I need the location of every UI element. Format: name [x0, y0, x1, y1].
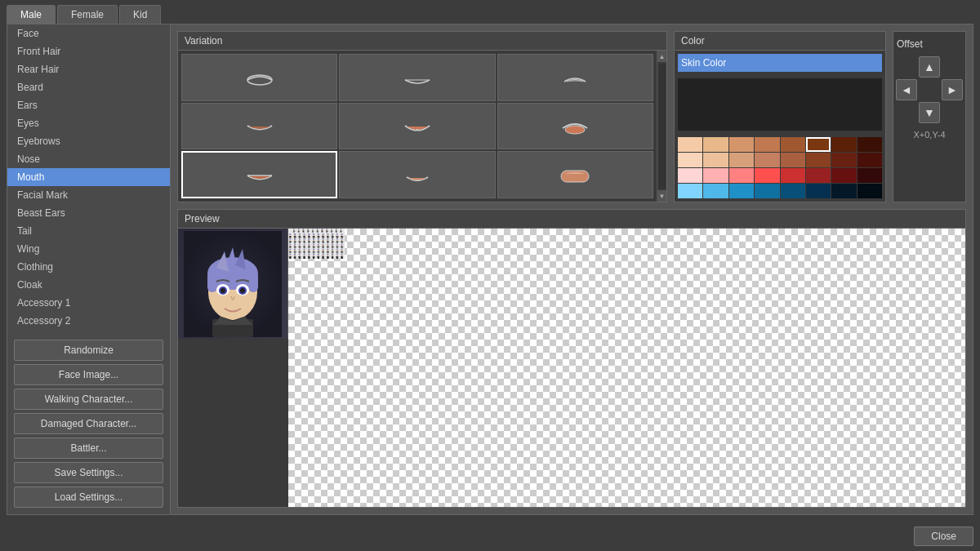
- variation-cell-8[interactable]: [497, 151, 653, 198]
- part-item-cloak[interactable]: Cloak: [7, 276, 170, 294]
- battler-button[interactable]: Battler...: [14, 438, 163, 459]
- swatch-2-7[interactable]: [858, 168, 882, 183]
- part-item-rear-hair[interactable]: Rear Hair: [7, 60, 170, 78]
- swatch-2-3[interactable]: [755, 168, 779, 183]
- svg-rect-161: [327, 236, 329, 238]
- svg-rect-219: [310, 241, 310, 242]
- variation-cell-0[interactable]: [181, 54, 337, 101]
- swatch-3-5[interactable]: [806, 184, 831, 198]
- swatch-1-1[interactable]: [703, 153, 728, 167]
- part-item-nose[interactable]: Nose: [7, 150, 170, 168]
- svg-rect-129: [304, 238, 305, 238]
- swatch-1-2[interactable]: [729, 153, 754, 167]
- variation-cell-7[interactable]: [339, 151, 495, 198]
- swatch-3-2[interactable]: [729, 184, 754, 198]
- swatch-1-6[interactable]: [831, 153, 856, 167]
- swatch-1-4[interactable]: [781, 153, 805, 167]
- damaged-character-button[interactable]: Damaged Character...: [14, 413, 163, 434]
- part-item-eyebrows[interactable]: Eyebrows: [7, 132, 170, 150]
- part-item-accessory2[interactable]: Accessory 2: [7, 312, 170, 330]
- scroll-up-arrow[interactable]: ▲: [657, 51, 667, 62]
- walking-character-button[interactable]: Walking Character...: [14, 389, 163, 410]
- face-image-button[interactable]: Face Image...: [14, 364, 163, 385]
- svg-rect-151: [318, 238, 319, 238]
- part-item-beast-ears[interactable]: Beast Ears: [7, 204, 170, 222]
- variation-cell-6[interactable]: [181, 151, 337, 198]
- tab-kid[interactable]: Kid: [119, 5, 161, 24]
- swatch-2-4[interactable]: [781, 168, 805, 183]
- variation-cell-2[interactable]: [497, 54, 653, 101]
- offset-up-button[interactable]: ▲: [919, 56, 940, 78]
- load-settings-button[interactable]: Load Settings...: [14, 487, 163, 508]
- swatch-0-3[interactable]: [755, 137, 779, 152]
- part-item-front-hair[interactable]: Front Hair: [7, 42, 170, 60]
- part-item-accessory1[interactable]: Accessory 1: [7, 294, 170, 312]
- variation-cell-3[interactable]: [181, 103, 337, 150]
- scroll-down-arrow[interactable]: ▼: [657, 190, 667, 202]
- svg-rect-330: [327, 247, 327, 247]
- part-item-wing[interactable]: Wing: [7, 240, 170, 258]
- swatch-1-3[interactable]: [755, 153, 779, 167]
- tab-male[interactable]: Male: [7, 5, 56, 24]
- swatch-3-1[interactable]: [703, 184, 728, 198]
- swatch-2-0[interactable]: [678, 168, 702, 183]
- svg-rect-276: [289, 247, 290, 248]
- swatch-3-4[interactable]: [781, 184, 805, 198]
- swatch-2-6[interactable]: [831, 168, 856, 183]
- tab-female[interactable]: Female: [57, 5, 118, 24]
- part-item-eyes[interactable]: Eyes: [7, 114, 170, 132]
- swatch-3-7[interactable]: [858, 184, 882, 198]
- swatch-2-5[interactable]: [806, 168, 831, 183]
- swatch-1-0[interactable]: [678, 153, 702, 167]
- swatch-3-6[interactable]: [831, 184, 856, 198]
- svg-point-69: [322, 229, 323, 231]
- svg-rect-158: [323, 238, 324, 238]
- swatch-0-2[interactable]: [729, 137, 754, 152]
- part-item-ears[interactable]: Ears: [7, 96, 170, 114]
- swatch-0-1[interactable]: [703, 137, 728, 152]
- swatch-2-1[interactable]: [703, 168, 728, 183]
- svg-rect-431: [337, 252, 338, 253]
- swatch-0-5[interactable]: [806, 137, 831, 152]
- swatch-0-4[interactable]: [781, 137, 805, 152]
- svg-rect-371: [299, 251, 300, 253]
- svg-rect-239: [322, 241, 323, 242]
- svg-rect-428: [336, 251, 337, 252]
- part-item-clothing[interactable]: Clothing: [7, 258, 170, 276]
- variation-scrollbar[interactable]: ▲ ▼: [657, 51, 666, 202]
- offset-left-button[interactable]: ◄: [896, 79, 917, 100]
- swatch-1-5[interactable]: [806, 153, 831, 167]
- variation-cell-4[interactable]: [339, 103, 495, 150]
- part-item-tail[interactable]: Tail: [7, 222, 170, 240]
- swatch-1-7[interactable]: [858, 153, 882, 167]
- swatch-3-3[interactable]: [755, 184, 779, 198]
- swatch-3-0[interactable]: [678, 184, 702, 198]
- offset-down-button[interactable]: ▼: [919, 102, 940, 123]
- save-settings-button[interactable]: Save Settings...: [14, 462, 163, 483]
- variation-cell-1[interactable]: [339, 54, 495, 101]
- svg-rect-514: [327, 256, 327, 258]
- swatch-2-2[interactable]: [729, 168, 754, 183]
- svg-rect-52: [307, 232, 308, 233]
- svg-point-160: [327, 234, 328, 236]
- svg-rect-210: [304, 241, 305, 242]
- part-item-face[interactable]: Face: [7, 24, 170, 42]
- swatch-0-6[interactable]: [831, 137, 856, 152]
- randomize-button[interactable]: Randomize: [14, 340, 163, 361]
- svg-point-90: [336, 229, 337, 231]
- svg-rect-366: [296, 251, 296, 252]
- close-button[interactable]: Close: [914, 527, 973, 546]
- offset-center: [919, 79, 940, 100]
- color-selector[interactable]: Skin Color: [678, 54, 882, 72]
- svg-rect-114: [296, 236, 296, 238]
- svg-rect-205: [301, 241, 301, 242]
- svg-rect-360: [290, 252, 291, 253]
- part-item-beard[interactable]: Beard: [7, 78, 170, 96]
- part-item-mouth[interactable]: Mouth: [7, 168, 170, 186]
- variation-cell-5[interactable]: [497, 103, 653, 150]
- part-item-facial-mark[interactable]: Facial Mark: [7, 186, 170, 204]
- svg-rect-87: [331, 232, 332, 233]
- swatch-0-7[interactable]: [858, 137, 882, 152]
- swatch-0-0[interactable]: [678, 137, 702, 152]
- offset-right-button[interactable]: ►: [942, 79, 963, 100]
